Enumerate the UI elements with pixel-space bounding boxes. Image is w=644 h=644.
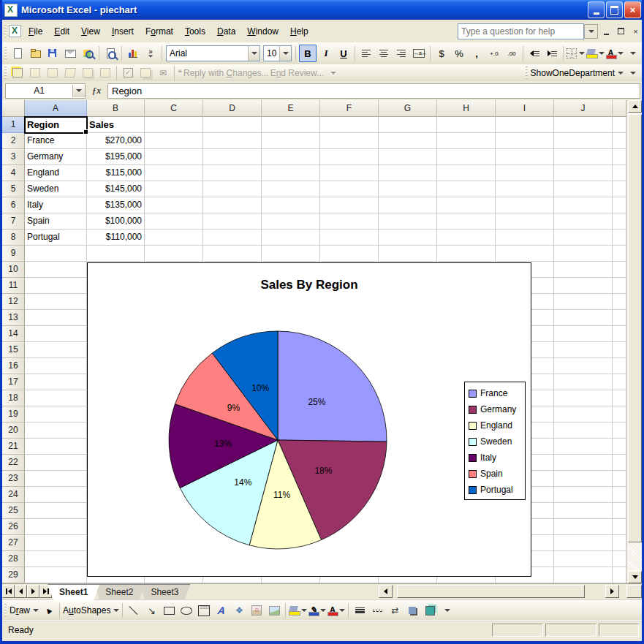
cell-a18[interactable]	[25, 390, 87, 406]
window-minimize-button[interactable]	[600, 25, 613, 37]
cell-j16[interactable]	[554, 358, 613, 374]
cell-f6[interactable]	[320, 197, 379, 213]
cell-a8[interactable]: Portugal	[25, 230, 87, 246]
chevron-down-icon[interactable]	[320, 609, 326, 612]
cell-a28[interactable]	[25, 551, 87, 567]
cell-a7[interactable]: Spain	[25, 213, 87, 230]
cell-h9[interactable]	[437, 246, 496, 262]
cell-partial-4[interactable]	[613, 165, 626, 181]
row-header-3[interactable]: 3	[2, 149, 25, 165]
cell-partial-2[interactable]	[613, 133, 626, 149]
merge-workbooks-button[interactable]	[137, 65, 154, 81]
close-button[interactable]: ×	[624, 1, 641, 18]
cell-e3[interactable]	[262, 149, 320, 165]
row-header-22[interactable]: 22	[2, 455, 25, 471]
row-header-8[interactable]: 8	[2, 230, 25, 246]
column-header-e[interactable]: E	[262, 100, 320, 117]
cell-b5[interactable]: $145,000	[87, 181, 145, 197]
percent-button[interactable]: %	[451, 45, 467, 61]
row-header-29[interactable]: 29	[2, 567, 25, 583]
comma-button[interactable]: ,	[469, 45, 485, 61]
cell-a1[interactable]: Region	[25, 117, 87, 133]
cell-e9[interactable]	[262, 246, 320, 262]
shadow-style-button[interactable]	[404, 602, 420, 618]
edit-comment-button[interactable]	[10, 65, 26, 81]
underline-button[interactable]: U	[336, 45, 352, 61]
cell-i2[interactable]	[496, 133, 554, 149]
cell-i6[interactable]	[496, 197, 554, 213]
3d-style-button[interactable]	[422, 602, 438, 618]
dash-style-button[interactable]	[369, 602, 385, 618]
menu-window[interactable]: Window	[241, 24, 284, 39]
cell-a26[interactable]	[25, 519, 87, 535]
cell-partial-24[interactable]	[613, 487, 626, 503]
cell-j20[interactable]	[554, 423, 613, 439]
cell-a14[interactable]	[25, 326, 87, 342]
cell-partial-20[interactable]	[613, 423, 626, 439]
sheet-tab-sheet1[interactable]: Sheet1	[48, 584, 99, 600]
row-header-14[interactable]: 14	[2, 326, 25, 342]
cell-partial-1[interactable]	[613, 117, 626, 133]
cell-g6[interactable]	[379, 197, 437, 213]
cell-h5[interactable]	[437, 181, 496, 197]
cell-f9[interactable]	[320, 246, 379, 262]
toolbar-grip[interactable]	[4, 24, 7, 39]
scroll-left-button[interactable]	[379, 585, 393, 598]
cell-j12[interactable]	[554, 294, 613, 310]
delete-comment-button[interactable]	[97, 65, 113, 81]
cell-a25[interactable]	[25, 503, 87, 519]
cell-j22[interactable]	[554, 455, 613, 471]
cell-j1[interactable]	[554, 117, 613, 133]
cell-f2[interactable]	[320, 133, 379, 149]
legend-item-portugal[interactable]: Portugal	[469, 482, 525, 498]
toolbar-options-button[interactable]	[325, 65, 341, 81]
menu-tools[interactable]: Tools	[179, 24, 211, 39]
vertical-scrollbar[interactable]	[626, 100, 642, 583]
cell-a15[interactable]	[25, 342, 87, 358]
cell-j25[interactable]	[554, 503, 613, 519]
chevron-down-icon[interactable]	[248, 46, 260, 61]
cell-b9[interactable]	[87, 246, 145, 262]
line-style-button[interactable]	[352, 602, 368, 618]
decrease-decimal-button[interactable]: .00	[504, 45, 520, 61]
arrow-style-button[interactable]: ⇄	[387, 602, 403, 618]
cell-j7[interactable]	[554, 213, 613, 230]
chart-legend[interactable]: FranceGermanyEnglandSwedenItalySpainPort…	[464, 382, 526, 500]
search-button[interactable]	[80, 45, 96, 61]
legend-item-france[interactable]: France	[469, 385, 525, 401]
minimize-button[interactable]	[588, 1, 605, 18]
window-restore-button[interactable]	[615, 25, 627, 37]
row-header-10[interactable]: 10	[2, 262, 25, 278]
row-header-16[interactable]: 16	[2, 358, 25, 374]
toolbar-options-button[interactable]: »	[143, 45, 159, 61]
cell-d3[interactable]	[203, 149, 262, 165]
email-button[interactable]	[62, 45, 78, 61]
cell-g4[interactable]	[379, 165, 437, 181]
legend-item-spain[interactable]: Spain	[469, 466, 525, 482]
cell-c5[interactable]	[145, 181, 203, 197]
cell-j14[interactable]	[554, 326, 613, 342]
column-header-f[interactable]: F	[320, 100, 379, 117]
cell-j10[interactable]	[554, 262, 613, 278]
question-input[interactable]	[458, 23, 584, 39]
cell-partial-3[interactable]	[613, 149, 626, 165]
name-box-dropdown[interactable]	[72, 85, 85, 97]
column-header-d[interactable]: D	[203, 100, 262, 117]
row-header-17[interactable]: 17	[2, 374, 25, 390]
font-color-button[interactable]: A	[327, 602, 345, 618]
cell-a13[interactable]	[25, 310, 87, 326]
cell-e7[interactable]	[262, 213, 320, 230]
cell-d2[interactable]	[203, 133, 262, 149]
cell-j27[interactable]	[554, 535, 613, 551]
cell-f8[interactable]	[320, 230, 379, 246]
cell-h2[interactable]	[437, 133, 496, 149]
cell-e1[interactable]	[262, 117, 320, 133]
cell-j17[interactable]	[554, 374, 613, 390]
cell-j6[interactable]	[554, 197, 613, 213]
cell-g3[interactable]	[379, 149, 437, 165]
cell-j26[interactable]	[554, 519, 613, 535]
cell-partial-21[interactable]	[613, 439, 626, 455]
cell-b1[interactable]: Sales	[87, 117, 145, 133]
legend-item-england[interactable]: England	[469, 417, 525, 433]
cell-partial-28[interactable]	[613, 551, 626, 567]
